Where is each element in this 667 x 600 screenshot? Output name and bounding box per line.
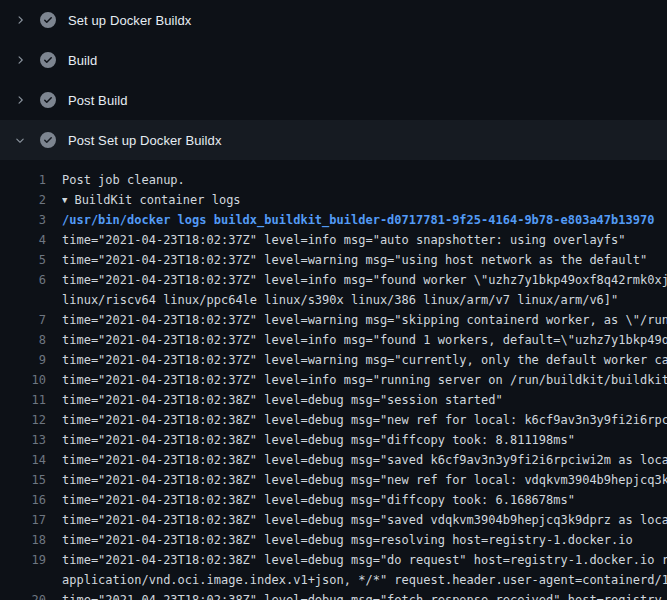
log-line: 12time="2021-04-23T18:02:38Z" level=debu… — [0, 410, 667, 430]
log-line-text: time="2021-04-23T18:02:37Z" level=info m… — [62, 230, 667, 250]
log-line-text: ▼BuildKit container logs — [62, 190, 667, 210]
log-line-number[interactable]: 2 — [0, 190, 46, 210]
log-line-text: time="2021-04-23T18:02:38Z" level=debug … — [62, 390, 667, 410]
log-line: 8time="2021-04-23T18:02:37Z" level=info … — [0, 330, 667, 350]
log-line: 15time="2021-04-23T18:02:38Z" level=debu… — [0, 470, 667, 490]
log-line-text: linux/riscv64 linux/ppc64le linux/s390x … — [62, 290, 667, 310]
log-line: 11time="2021-04-23T18:02:38Z" level=debu… — [0, 390, 667, 410]
check-circle-icon — [40, 12, 56, 28]
log-line-number — [0, 570, 46, 590]
check-circle-icon — [40, 52, 56, 68]
step-set-up-docker-buildx[interactable]: Set up Docker Buildx — [0, 0, 667, 40]
chevron-right-icon — [12, 52, 28, 68]
log-line-number[interactable]: 7 — [0, 310, 46, 330]
log-line: 18time="2021-04-23T18:02:38Z" level=debu… — [0, 530, 667, 550]
log-line-number[interactable]: 18 — [0, 530, 46, 550]
log-line: linux/riscv64 linux/ppc64le linux/s390x … — [0, 290, 667, 310]
log-line: 7time="2021-04-23T18:02:37Z" level=warni… — [0, 310, 667, 330]
log-line-text: time="2021-04-23T18:02:37Z" level=warnin… — [62, 310, 667, 330]
log-line-number[interactable]: 13 — [0, 430, 46, 450]
log-line: 6time="2021-04-23T18:02:37Z" level=info … — [0, 270, 667, 290]
log-line-text: time="2021-04-23T18:02:38Z" level=debug … — [62, 550, 667, 570]
step-label: Set up Docker Buildx — [68, 13, 191, 28]
log-line-number[interactable]: 8 — [0, 330, 46, 350]
log-line-number[interactable]: 17 — [0, 510, 46, 530]
chevron-down-icon — [12, 132, 28, 148]
log-line-text: time="2021-04-23T18:02:38Z" level=debug … — [62, 430, 667, 450]
step-label: Post Build — [68, 93, 128, 108]
log-line-number[interactable]: 19 — [0, 550, 46, 570]
log-line-number[interactable]: 15 — [0, 470, 46, 490]
log-line-number[interactable]: 14 — [0, 450, 46, 470]
log-lines: 1Post job cleanup.2▼BuildKit container l… — [0, 170, 667, 600]
step-label: Build — [68, 53, 97, 68]
log-line: 10time="2021-04-23T18:02:37Z" level=info… — [0, 370, 667, 390]
log-line: 16time="2021-04-23T18:02:38Z" level=debu… — [0, 490, 667, 510]
log-line-text: time="2021-04-23T18:02:37Z" level=info m… — [62, 330, 667, 350]
log-line-number[interactable]: 6 — [0, 270, 46, 290]
log-line-number[interactable]: 12 — [0, 410, 46, 430]
log-line-text: time="2021-04-23T18:02:38Z" level=debug … — [62, 510, 667, 530]
log-line-number[interactable]: 16 — [0, 490, 46, 510]
log-line: 9time="2021-04-23T18:02:37Z" level=warni… — [0, 350, 667, 370]
log-line: 1Post job cleanup. — [0, 170, 667, 190]
log-viewer: 1Post job cleanup.2▼BuildKit container l… — [0, 160, 667, 600]
log-command-text: /usr/bin/docker logs buildx_buildkit_bui… — [62, 210, 667, 230]
log-line-text: Post job cleanup. — [62, 170, 667, 190]
log-line-text: time="2021-04-23T18:02:38Z" level=debug … — [62, 450, 667, 470]
log-group-toggle-icon[interactable]: ▼ — [62, 190, 67, 210]
check-circle-icon — [40, 92, 56, 108]
log-line: 17time="2021-04-23T18:02:38Z" level=debu… — [0, 510, 667, 530]
log-line: 4time="2021-04-23T18:02:37Z" level=info … — [0, 230, 667, 250]
steps-list: Set up Docker Buildx Build Post Build Po… — [0, 0, 667, 160]
log-line-text: application/vnd.oci.image.index.v1+json,… — [62, 570, 667, 590]
log-line-number[interactable]: 3 — [0, 210, 46, 230]
log-line-text: time="2021-04-23T18:02:37Z" level=info m… — [62, 370, 667, 390]
log-line-number — [0, 290, 46, 310]
log-line: 20time="2021-04-23T18:02:38Z" level=debu… — [0, 590, 667, 600]
log-line: 14time="2021-04-23T18:02:38Z" level=debu… — [0, 450, 667, 470]
log-line: 5time="2021-04-23T18:02:37Z" level=warni… — [0, 250, 667, 270]
step-build[interactable]: Build — [0, 40, 667, 80]
log-line-number[interactable]: 10 — [0, 370, 46, 390]
log-line-text: time="2021-04-23T18:02:38Z" level=debug … — [62, 590, 667, 600]
log-line: 19time="2021-04-23T18:02:38Z" level=debu… — [0, 550, 667, 570]
chevron-right-icon — [12, 12, 28, 28]
log-line: 13time="2021-04-23T18:02:38Z" level=debu… — [0, 430, 667, 450]
chevron-right-icon — [12, 92, 28, 108]
log-line-number[interactable]: 1 — [0, 170, 46, 190]
log-line-number[interactable]: 9 — [0, 350, 46, 370]
log-line-number[interactable]: 11 — [0, 390, 46, 410]
log-line-number[interactable]: 5 — [0, 250, 46, 270]
log-line-text: time="2021-04-23T18:02:37Z" level=warnin… — [62, 350, 667, 370]
log-line-text: time="2021-04-23T18:02:38Z" level=debug … — [62, 530, 667, 550]
log-line-text: time="2021-04-23T18:02:37Z" level=warnin… — [62, 250, 667, 270]
log-line-text: time="2021-04-23T18:02:37Z" level=info m… — [62, 270, 667, 290]
step-label: Post Set up Docker Buildx — [68, 133, 222, 148]
log-line: application/vnd.oci.image.index.v1+json,… — [0, 570, 667, 590]
log-line-number[interactable]: 4 — [0, 230, 46, 250]
check-circle-icon — [40, 132, 56, 148]
log-line-number[interactable]: 20 — [0, 590, 46, 600]
log-line: 3/usr/bin/docker logs buildx_buildkit_bu… — [0, 210, 667, 230]
log-line-text: time="2021-04-23T18:02:38Z" level=debug … — [62, 490, 667, 510]
log-line: 2▼BuildKit container logs — [0, 190, 667, 210]
log-line-text: time="2021-04-23T18:02:38Z" level=debug … — [62, 410, 667, 430]
step-post-set-up-docker-buildx[interactable]: Post Set up Docker Buildx — [0, 120, 667, 160]
log-line-text: time="2021-04-23T18:02:38Z" level=debug … — [62, 470, 667, 490]
step-post-build[interactable]: Post Build — [0, 80, 667, 120]
